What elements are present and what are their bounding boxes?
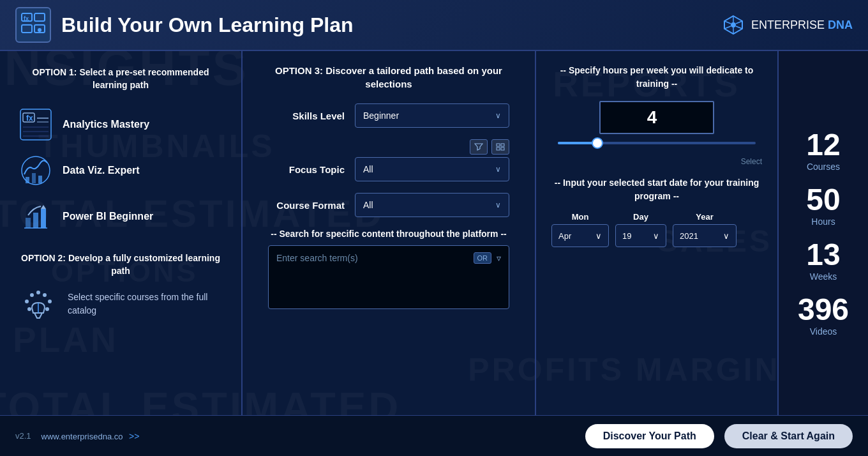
clear-start-again-button[interactable]: Clear & Start Again [724, 424, 853, 448]
brand-text: ENTERPRISE DNA [751, 19, 853, 32]
search-placeholder: Enter search term(s) [276, 253, 468, 263]
chevron-down-icon: ∨ [495, 201, 501, 209]
month-field: Mon Apr ∨ [551, 212, 609, 247]
slider-wrapper [551, 142, 762, 144]
svg-rect-13 [20, 109, 51, 140]
svg-rect-22 [26, 177, 29, 183]
hours-title: -- Specify hours per week you will dedic… [551, 64, 762, 91]
chevron-down-icon: ∨ [653, 231, 659, 241]
page-title: Build Your Own Learning Plan [61, 13, 722, 37]
mid-panel: OPTION 3: Discover a tailored path based… [243, 51, 536, 415]
svg-rect-41 [501, 148, 504, 150]
courses-stat: 12 Courses [806, 126, 840, 176]
courses-number: 12 [806, 130, 840, 160]
arrows-icon: >> [129, 431, 139, 441]
analytics-mastery-item[interactable]: fx Analytics Mastery [19, 102, 222, 148]
svg-rect-1 [34, 13, 45, 21]
month-dropdown[interactable]: Apr ∨ [551, 224, 609, 247]
focus-row: Focus Topic All ∨ [268, 157, 509, 181]
date-title: -- Input your selected start date for yo… [551, 176, 762, 203]
hours-slider[interactable] [558, 142, 756, 144]
year-field: Year 2021 ∨ [673, 212, 737, 247]
option2-icon [19, 285, 57, 323]
brand-icon [722, 13, 745, 36]
option2-text: Select specific courses from the full ca… [68, 291, 222, 317]
svg-point-34 [48, 300, 52, 303]
svg-rect-24 [38, 176, 42, 183]
videos-label: Videos [798, 326, 849, 337]
focus-dropdown[interactable]: All ∨ [355, 157, 509, 181]
analytics-mastery-label: Analytics Mastery [63, 119, 149, 130]
svg-point-6 [731, 22, 736, 27]
chevron-down-icon: ∨ [495, 165, 501, 174]
grid-icon[interactable] [491, 139, 509, 155]
search-input-row: Enter search term(s) OR ▿ [276, 252, 501, 264]
skills-dropdown[interactable]: Beginner ∨ [355, 103, 509, 128]
svg-rect-28 [41, 209, 46, 228]
weeks-label: Weeks [806, 271, 840, 282]
option3-title: OPTION 3: Discover a tailored path based… [268, 64, 509, 91]
svg-point-33 [25, 300, 29, 303]
year-label: Year [673, 212, 737, 222]
day-label: Day [615, 212, 666, 222]
svg-point-5 [38, 28, 41, 32]
day-field: Day 19 ∨ [615, 212, 666, 247]
svg-text:fx: fx [24, 15, 29, 22]
format-dropdown[interactable]: All ∨ [355, 193, 509, 217]
search-filter-icon[interactable]: ▿ [497, 253, 501, 263]
power-bi-item[interactable]: Power BI Beginner [19, 194, 222, 239]
slider-thumb[interactable] [592, 137, 603, 149]
focus-label: Focus Topic [268, 164, 345, 175]
option2-content: Select specific courses from the full ca… [19, 285, 222, 323]
data-viz-item[interactable]: Data Viz. Expert [19, 148, 222, 194]
svg-rect-27 [33, 213, 38, 228]
svg-marker-29 [41, 205, 46, 209]
svg-rect-38 [497, 144, 500, 146]
svg-line-10 [736, 26, 742, 29]
format-label: Course Format [268, 200, 345, 211]
chevron-down-icon: ∨ [595, 231, 602, 241]
videos-stat: 396 Videos [798, 291, 849, 340]
filter-icons-row [355, 139, 509, 155]
svg-rect-2 [22, 25, 32, 33]
power-bi-icon [19, 200, 52, 233]
option2-title: OPTION 2: Develop a fully customized lea… [19, 252, 222, 277]
weeks-stat: 13 Weeks [806, 236, 840, 285]
svg-point-31 [36, 291, 40, 294]
hours-label: Hours [806, 217, 840, 227]
year-dropdown[interactable]: 2021 ∨ [673, 224, 737, 247]
analytics-mastery-icon: fx [19, 108, 52, 141]
hours-stat: 50 Hours [806, 181, 840, 231]
skills-label: Skills Level [268, 110, 345, 121]
search-box[interactable]: Enter search term(s) OR ▿ [268, 245, 509, 309]
version-label: v2.1 [15, 431, 31, 441]
svg-line-12 [736, 21, 742, 24]
svg-line-11 [724, 26, 731, 29]
chevron-down-icon: ∨ [723, 231, 730, 241]
left-panel: OPTION 1: Select a pre-set recommended l… [0, 51, 243, 415]
hours-input[interactable] [599, 101, 714, 134]
weeks-number: 13 [806, 239, 840, 270]
footer-buttons: Discover Your Path Clear & Start Again [585, 424, 853, 448]
filter-icon[interactable] [470, 139, 488, 155]
data-viz-label: Data Viz. Expert [63, 165, 140, 176]
svg-point-32 [43, 293, 47, 297]
main-content: OPTION 1: Select a pre-set recommended l… [0, 51, 868, 415]
videos-number: 396 [798, 294, 849, 325]
courses-label: Courses [806, 162, 840, 172]
svg-point-35 [27, 307, 31, 311]
discover-path-button[interactable]: Discover Your Path [585, 424, 714, 448]
date-row: Mon Apr ∨ Day 19 ∨ Year 2021 ∨ [551, 212, 762, 247]
power-bi-label: Power BI Beginner [63, 211, 153, 222]
month-label: Mon [551, 212, 609, 222]
chevron-down-icon: ∨ [495, 111, 501, 120]
skills-row: Skills Level Beginner ∨ [268, 103, 509, 128]
data-viz-icon [19, 154, 52, 187]
right-panel: -- Specify hours per week you will dedic… [536, 51, 779, 415]
svg-line-9 [724, 21, 731, 24]
stats-panel: 12 Courses 50 Hours 13 Weeks 396 Videos [779, 51, 868, 415]
svg-rect-23 [32, 173, 36, 183]
logo-icon: fx [15, 7, 51, 43]
footer: v2.1 www.enterprisedna.co >> Discover Yo… [0, 415, 868, 456]
day-dropdown[interactable]: 19 ∨ [615, 224, 666, 247]
